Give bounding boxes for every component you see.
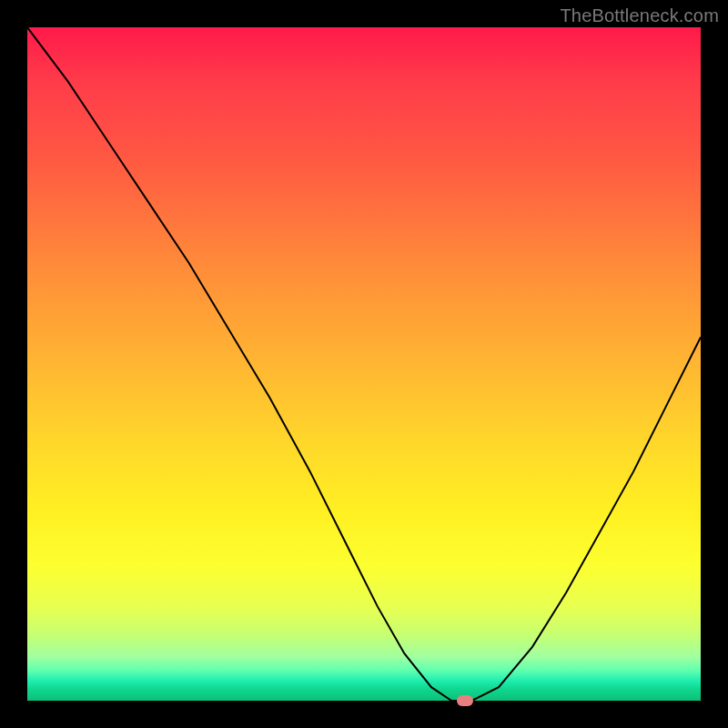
bottleneck-curve	[27, 27, 701, 701]
attribution-text: TheBottleneck.com	[560, 5, 719, 26]
plot-area	[27, 27, 701, 701]
optimum-marker	[457, 695, 473, 706]
